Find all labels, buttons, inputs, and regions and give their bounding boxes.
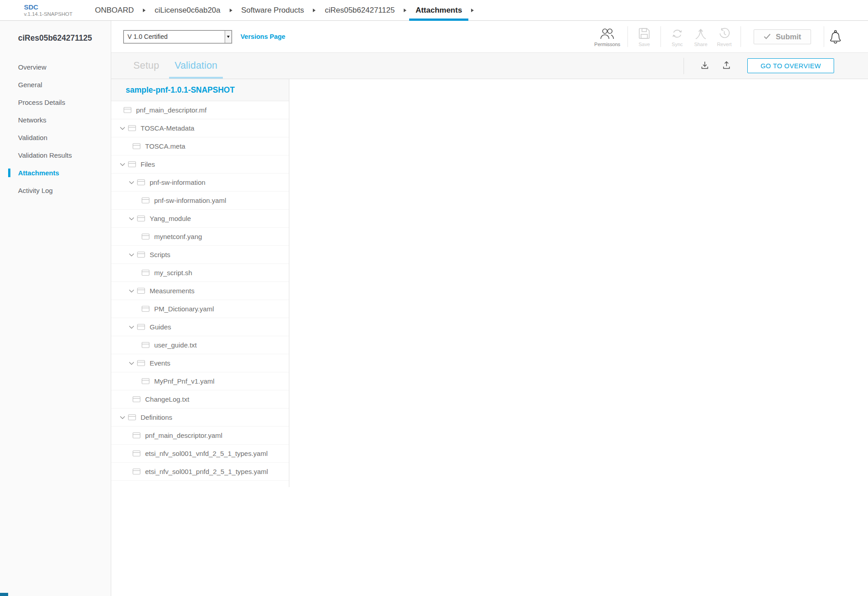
attachments-main: sample-pnf-1.0.1-SNAPSHOT pnf_main_descr… bbox=[111, 79, 868, 596]
chevron-down-icon[interactable] bbox=[129, 253, 134, 257]
tree-node-scripts[interactable]: Scripts bbox=[111, 246, 289, 264]
tree-node-guides[interactable]: Guides bbox=[111, 318, 289, 336]
sidebar: ciRes05b624271125 OverviewGeneralProcess… bbox=[0, 21, 111, 596]
tree-node-user-guide-txt[interactable]: user_guide.txt bbox=[111, 336, 289, 354]
sidebar-item-process-details[interactable]: Process Details bbox=[0, 94, 111, 111]
toolbar-divider bbox=[741, 26, 741, 47]
folder-icon bbox=[137, 360, 145, 366]
permissons-button[interactable]: Permissons bbox=[592, 26, 623, 47]
toolbar-action-label: Revert bbox=[717, 42, 731, 47]
entity-title: ciRes05b624271125 bbox=[0, 21, 111, 43]
folder-icon bbox=[128, 125, 136, 131]
breadcrumb-item-cilicense0c6ab20a[interactable]: ciLicense0c6ab20a bbox=[148, 0, 227, 20]
folder-icon bbox=[137, 179, 145, 186]
breadcrumb-item-attachments[interactable]: Attachments bbox=[409, 0, 468, 20]
tree-node-label: pnf-sw-information.yaml bbox=[154, 197, 226, 204]
version-toolbar: V 1.0 Certified Versions Page Permissons… bbox=[111, 21, 868, 53]
share-icon bbox=[694, 26, 708, 40]
sidebar-item-label: Process Details bbox=[18, 99, 65, 106]
tree-node-mynetconf-yang[interactable]: mynetconf.yang bbox=[111, 228, 289, 246]
breadcrumb: ONBOARDciLicense0c6ab20aSoftware Product… bbox=[89, 0, 476, 20]
tabstrip-spacer bbox=[223, 53, 684, 79]
chevron-down-icon[interactable] bbox=[129, 289, 134, 293]
tree-node-events[interactable]: Events bbox=[111, 354, 289, 372]
upload-button[interactable] bbox=[716, 58, 737, 73]
breadcrumb-item-software-products[interactable]: Software Products bbox=[235, 0, 311, 20]
share-button[interactable]: Share bbox=[689, 26, 712, 47]
tree-node-yang-module[interactable]: Yang_module bbox=[111, 210, 289, 228]
select-arrow-icon bbox=[225, 31, 231, 43]
sidebar-item-general[interactable]: General bbox=[0, 76, 111, 94]
sidebar-item-label: General bbox=[18, 81, 42, 89]
sync-button[interactable]: Sync bbox=[665, 26, 689, 47]
chevron-down-icon[interactable] bbox=[120, 416, 125, 419]
package-title: sample-pnf-1.0.1-SNAPSHOT bbox=[111, 79, 289, 101]
tree-node-label: MyPnf_Pnf_v1.yaml bbox=[154, 377, 214, 385]
sidebar-item-validation[interactable]: Validation bbox=[0, 129, 111, 146]
tree-node-tosca-meta[interactable]: TOSCA.meta bbox=[111, 137, 289, 155]
sidebar-item-networks[interactable]: Networks bbox=[0, 111, 111, 129]
file-tree-panel: sample-pnf-1.0.1-SNAPSHOT pnf_main_descr… bbox=[111, 79, 289, 487]
save-button[interactable]: Save bbox=[632, 26, 656, 47]
tree-node-tosca-metadata[interactable]: TOSCA-Metadata bbox=[111, 119, 289, 137]
breadcrumb-item-onboard[interactable]: ONBOARD bbox=[89, 0, 140, 20]
folder-icon bbox=[137, 287, 145, 294]
tree-node-changelog-txt[interactable]: ChangeLog.txt bbox=[111, 390, 289, 408]
chevron-down-icon[interactable] bbox=[129, 217, 134, 221]
download-button[interactable] bbox=[694, 58, 716, 73]
chevron-down-icon[interactable] bbox=[129, 361, 134, 365]
toolbar-action-label: Permissons bbox=[594, 42, 620, 47]
chevron-down-icon[interactable] bbox=[129, 181, 134, 184]
go-to-overview-button[interactable]: GO TO OVERVIEW bbox=[747, 58, 834, 73]
version-select[interactable]: V 1.0 Certified bbox=[123, 30, 232, 43]
tree-node-measurements[interactable]: Measurements bbox=[111, 282, 289, 300]
tab-setup[interactable]: Setup bbox=[128, 53, 165, 79]
tree-node-etsi-nfv-sol001-vnfd-2-5-1-types-yaml[interactable]: etsi_nfv_sol001_vnfd_2_5_1_types.yaml bbox=[111, 445, 289, 463]
submit-button[interactable]: Submit bbox=[754, 29, 811, 44]
tree-node-label: ChangeLog.txt bbox=[145, 395, 189, 403]
tree-node-pnf-main-descriptor-yaml[interactable]: pnf_main_descriptor.yaml bbox=[111, 427, 289, 445]
app-logo[interactable]: SDC v.1.14.1-SNAPSHOT bbox=[24, 0, 78, 20]
check-icon bbox=[764, 33, 771, 41]
tree-node-pnf-main-descriptor-mf[interactable]: pnf_main_descriptor.mf bbox=[111, 101, 289, 119]
sidebar-item-overview[interactable]: Overview bbox=[0, 58, 111, 76]
version-select-value: V 1.0 Certified bbox=[124, 31, 225, 43]
tree-node-label: etsi_nfv_sol001_pnfd_2_5_1_types.yaml bbox=[145, 468, 268, 475]
breadcrumb-separator-icon bbox=[313, 9, 316, 12]
tree-node-label: PM_Dictionary.yaml bbox=[154, 305, 214, 313]
tree-node-definitions[interactable]: Definitions bbox=[111, 408, 289, 427]
tree-node-label: pnf-sw-information bbox=[150, 178, 205, 186]
sidebar-item-attachments[interactable]: Attachments bbox=[0, 164, 111, 182]
folder-icon bbox=[132, 143, 141, 150]
tree-node-files[interactable]: Files bbox=[111, 155, 289, 174]
tree-node-pm-dictionary-yaml[interactable]: PM_Dictionary.yaml bbox=[111, 300, 289, 318]
sidebar-item-label: Validation bbox=[18, 134, 47, 141]
toolbar-action-label: Save bbox=[639, 42, 650, 47]
sidebar-item-activity-log[interactable]: Activity Log bbox=[0, 182, 111, 199]
tree-node-pnf-sw-information[interactable]: pnf-sw-information bbox=[111, 174, 289, 192]
tree-node-my-script-sh[interactable]: my_script.sh bbox=[111, 264, 289, 282]
chevron-down-icon[interactable] bbox=[120, 127, 125, 130]
folder-icon bbox=[137, 215, 145, 222]
tree-node-label: pnf_main_descriptor.mf bbox=[136, 106, 207, 114]
tree-node-mypnf-pnf-v1-yaml[interactable]: MyPnf_Pnf_v1.yaml bbox=[111, 372, 289, 390]
tree-node-etsi-nfv-sol001-pnfd-2-5-1-types-yaml[interactable]: etsi_nfv_sol001_pnfd_2_5_1_types.yaml bbox=[111, 463, 289, 481]
active-indicator-bar bbox=[8, 169, 10, 177]
folder-icon bbox=[137, 251, 145, 258]
folder-icon bbox=[142, 197, 150, 204]
tab-strip: SetupValidation GO TO OVERVIEW bbox=[111, 53, 868, 79]
revert-button[interactable]: Revert bbox=[712, 26, 736, 47]
users-icon bbox=[599, 26, 615, 40]
chevron-down-icon[interactable] bbox=[129, 325, 134, 329]
versions-page-link[interactable]: Versions Page bbox=[241, 33, 285, 40]
sidebar-item-label: Attachments bbox=[18, 169, 59, 177]
tree-node-label: Guides bbox=[150, 323, 171, 331]
toolbar-actions: PermissonsSaveSyncShareRevert bbox=[592, 26, 736, 47]
tab-validation[interactable]: Validation bbox=[169, 53, 223, 79]
notifications-bell-icon[interactable] bbox=[829, 29, 842, 44]
folder-icon bbox=[132, 468, 141, 475]
breadcrumb-item-cires05b624271125[interactable]: ciRes05b624271125 bbox=[318, 0, 401, 20]
sidebar-item-validation-results[interactable]: Validation Results bbox=[0, 146, 111, 164]
chevron-down-icon[interactable] bbox=[120, 163, 125, 166]
tree-node-pnf-sw-information-yaml[interactable]: pnf-sw-information.yaml bbox=[111, 192, 289, 210]
